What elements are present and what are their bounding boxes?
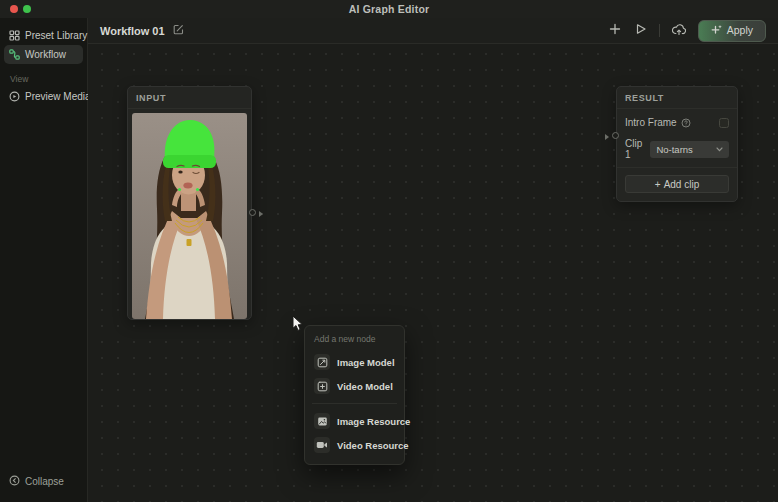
canvas-header: Workflow 01 (88, 18, 778, 44)
apply-button[interactable]: Apply (698, 20, 766, 42)
menu-item-video-resource[interactable]: Video Resource (312, 433, 397, 457)
input-node[interactable]: INPUT (127, 86, 252, 320)
menu-item-image-resource[interactable]: Image Resource (312, 409, 397, 433)
rename-workflow-button[interactable] (171, 21, 186, 40)
grid-icon (9, 30, 20, 41)
run-workflow-button[interactable] (633, 21, 649, 40)
menu-item-video-model[interactable]: Video Model (312, 374, 397, 398)
result-node-divider (617, 167, 737, 168)
menu-item-label: Video Model (337, 381, 393, 392)
add-node-button[interactable] (607, 21, 623, 40)
menu-item-label: Image Model (337, 357, 395, 368)
image-resource-icon (314, 413, 330, 429)
sidebar-item-label: Preset Library (25, 30, 87, 41)
traffic-lights (10, 5, 31, 13)
image-model-icon (314, 354, 330, 370)
input-node-title: INPUT (128, 87, 251, 109)
zoom-window-button[interactable] (23, 5, 31, 13)
edit-icon (173, 23, 184, 38)
help-icon[interactable] (681, 118, 691, 128)
titlebar: AI Graph Editor (0, 0, 778, 18)
clip-label: Clip 1 (625, 138, 650, 160)
intro-frame-checkbox[interactable] (719, 118, 729, 128)
intro-frame-label: Intro Frame (625, 117, 677, 128)
clip-source-select[interactable]: No-tarns (650, 141, 729, 158)
preview-media-icon (9, 91, 20, 102)
sidebar-item-preset-library[interactable]: Preset Library (4, 26, 83, 45)
menu-item-label: Image Resource (337, 416, 410, 427)
collapse-sidebar-button[interactable]: Collapse (4, 471, 83, 492)
plus-icon (609, 23, 621, 38)
window-title: AI Graph Editor (349, 3, 430, 15)
result-node-title: RESULT (617, 87, 737, 109)
chevron-down-icon (716, 147, 723, 152)
add-clip-label: Add clip (664, 179, 700, 190)
output-port-arrow-icon (259, 211, 263, 217)
result-node[interactable]: RESULT Intro Frame Clip 1 (616, 86, 738, 202)
collapse-icon (9, 475, 20, 488)
add-node-menu: Add a new node Image Model (304, 325, 405, 465)
graph-canvas[interactable]: INPUT (88, 44, 778, 502)
menu-item-label: Video Resource (337, 440, 409, 451)
sidebar-item-preview-media[interactable]: Preview Media (4, 87, 83, 106)
close-window-button[interactable] (10, 5, 18, 13)
plus-icon: + (655, 179, 661, 190)
sidebar: Preset Library Workflow View (0, 18, 88, 502)
sparkle-plus-icon (711, 24, 722, 37)
workflow-title: Workflow 01 (100, 25, 165, 37)
cloud-upload-icon (672, 23, 686, 39)
app-window: AI Graph Editor Preset Library (0, 0, 778, 502)
add-clip-button[interactable]: + Add clip (625, 175, 729, 193)
menu-divider (312, 403, 397, 404)
input-port-arrow-icon (605, 134, 609, 140)
video-model-icon (314, 378, 330, 394)
apply-label: Apply (727, 24, 753, 36)
workflow-icon (9, 49, 20, 60)
sidebar-item-label: Workflow (25, 49, 66, 60)
header-divider (659, 24, 660, 37)
result-node-input-port[interactable] (612, 132, 619, 139)
sidebar-item-workflow[interactable]: Workflow (4, 45, 83, 64)
play-icon (635, 23, 647, 38)
add-node-menu-title: Add a new node (314, 334, 395, 344)
publish-button[interactable] (670, 21, 688, 41)
sidebar-section-view: View (4, 64, 83, 87)
video-resource-icon (314, 437, 330, 453)
sidebar-item-label: Preview Media (25, 91, 91, 102)
menu-item-image-model[interactable]: Image Model (312, 350, 397, 374)
collapse-label: Collapse (25, 476, 64, 487)
input-node-output-port[interactable] (249, 209, 256, 216)
clip-select-value: No-tarns (656, 144, 692, 155)
input-image (132, 113, 247, 319)
